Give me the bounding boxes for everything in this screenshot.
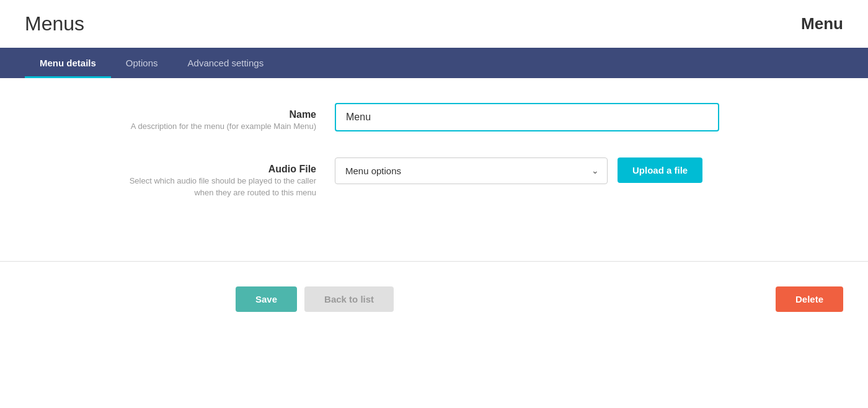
audio-label-col: Audio File Select which audio file shoul… (124, 157, 335, 199)
tab-advanced-settings[interactable]: Advanced settings (173, 48, 279, 78)
name-control-col (335, 103, 744, 131)
main-content: Name A description for the menu (for exa… (0, 78, 868, 249)
audio-file-field-row: Audio File Select which audio file shoul… (124, 157, 744, 199)
name-label-col: Name A description for the menu (for exa… (124, 103, 335, 133)
page-header: Menus Menu (0, 0, 868, 48)
form-section: Name A description for the menu (for exa… (124, 103, 744, 199)
name-label: Name (124, 109, 316, 120)
name-field-row: Name A description for the menu (for exa… (124, 103, 744, 133)
btn-group-left: Save Back to list (236, 286, 394, 312)
name-description: A description for the menu (for example … (131, 122, 316, 131)
nav-tabs: Menu details Options Advanced settings (0, 48, 868, 78)
delete-button[interactable]: Delete (776, 286, 843, 312)
tab-options[interactable]: Options (111, 48, 173, 78)
back-to-list-button[interactable]: Back to list (304, 286, 394, 312)
page-title: Menus (25, 12, 84, 35)
audio-file-select[interactable]: Menu options (335, 157, 608, 184)
audio-label: Audio File (124, 164, 316, 175)
action-buttons-row: Save Back to list Delete (0, 286, 868, 312)
upload-file-button[interactable]: Upload a file (618, 157, 702, 183)
name-input[interactable] (335, 103, 719, 131)
audio-select-wrapper: Menu options ⌄ (335, 157, 608, 184)
save-button[interactable]: Save (236, 286, 297, 312)
audio-description: Select which audio file should be played… (130, 176, 316, 198)
section-divider (0, 261, 868, 262)
record-title: Menu (801, 14, 843, 33)
tab-menu-details[interactable]: Menu details (25, 48, 111, 78)
audio-control-col: Menu options ⌄ Upload a file (335, 157, 744, 184)
